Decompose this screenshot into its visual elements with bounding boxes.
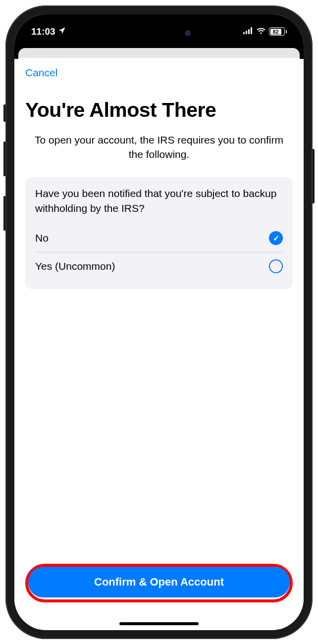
dynamic-island	[119, 23, 199, 43]
svg-rect-0	[243, 32, 245, 34]
wifi-icon	[256, 27, 266, 37]
option-no[interactable]: No ✓	[35, 224, 283, 252]
confirm-open-account-button[interactable]: Confirm & Open Account	[28, 567, 290, 597]
signal-icon	[243, 27, 253, 37]
phone-frame: 11:03	[5, 5, 313, 639]
svg-rect-1	[246, 31, 247, 34]
page-title: You're Almost There	[25, 99, 293, 122]
checkmark-icon: ✓	[273, 234, 279, 243]
battery-icon: 82	[269, 27, 287, 36]
option-label: Yes (Uncommon)	[35, 260, 115, 272]
radio-unselected-icon	[269, 259, 283, 273]
sheet-handle	[14, 44, 304, 59]
svg-rect-3	[251, 27, 252, 34]
modal-sheet: Cancel You're Almost There To open your …	[14, 58, 304, 630]
question-card: Have you been notified that you're subje…	[25, 177, 293, 289]
cancel-button[interactable]: Cancel	[25, 67, 57, 78]
status-time: 11:03	[31, 26, 55, 37]
highlight-annotation: Confirm & Open Account	[25, 564, 293, 602]
screen: 11:03	[14, 14, 304, 630]
question-text: Have you been notified that you're subje…	[35, 186, 283, 215]
location-icon	[58, 27, 66, 37]
battery-percent: 82	[270, 29, 281, 35]
radio-selected-icon: ✓	[269, 231, 283, 245]
option-label: No	[35, 232, 49, 244]
home-indicator[interactable]	[119, 622, 199, 625]
svg-rect-2	[248, 29, 250, 34]
page-subtitle: To open your account, the IRS requires y…	[25, 133, 293, 162]
option-yes[interactable]: Yes (Uncommon)	[35, 252, 283, 280]
